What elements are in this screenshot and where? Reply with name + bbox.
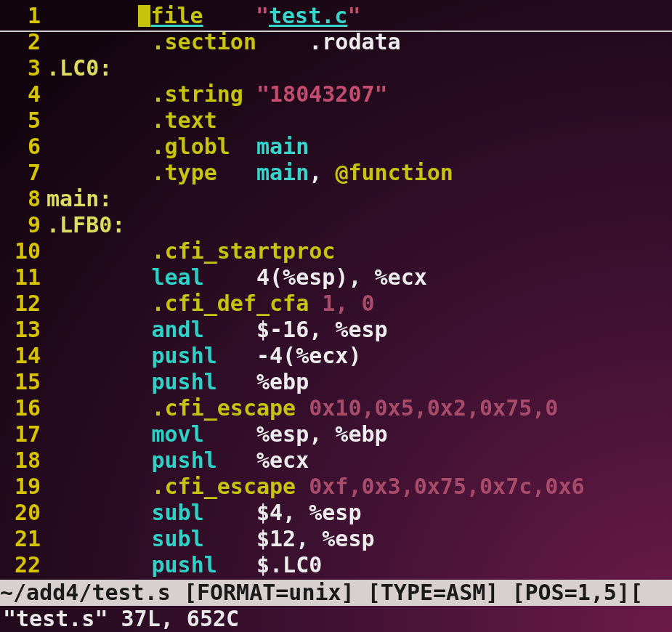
code-line-12[interactable]: 12 .cfi_def_cfa 1, 0 [0, 291, 672, 317]
code-content: .section .rodata [46, 29, 672, 55]
line-number: 21 [0, 526, 46, 552]
line-number: 7 [0, 160, 46, 186]
code-content: file "test.c" [46, 3, 672, 29]
code-line-1[interactable]: 1 file "test.c" [0, 3, 672, 29]
code-line-5[interactable]: 5 .text [0, 108, 672, 134]
code-content: .string "18043207" [46, 81, 672, 108]
code-content: leal 4(%esp), %ecx [46, 264, 672, 291]
directive-file: file [150, 3, 203, 28]
line-number: 20 [0, 500, 46, 526]
code-line-15[interactable]: 15 pushl %ebp [0, 369, 672, 395]
code-content: pushl %ecx [46, 447, 672, 474]
line-number: 18 [0, 447, 46, 474]
code-line-19[interactable]: 19 .cfi_escape 0xf,0x3,0x75,0x7c,0x6 [0, 474, 672, 500]
line-number: 2 [0, 29, 46, 55]
code-content: pushl %ebp [46, 369, 672, 395]
code-line-20[interactable]: 20 subl $4, %esp [0, 500, 672, 526]
terminal-window: 1 file "test.c" 2 .section .rodata3.LC0:… [0, 0, 672, 632]
code-line-21[interactable]: 21 subl $12, %esp [0, 526, 672, 552]
code-content: .type main, @function [46, 160, 672, 186]
code-line-6[interactable]: 6 .globl main [0, 134, 672, 160]
code-content: subl $4, %esp [46, 500, 672, 526]
code-content: pushl $.LC0 [46, 552, 672, 578]
text-cursor [138, 5, 150, 27]
code-content: movl %esp, %ebp [46, 421, 672, 447]
code-content: andl $-16, %esp [46, 317, 672, 343]
code-line-4[interactable]: 4 .string "18043207" [0, 81, 672, 108]
line-number: 22 [0, 552, 46, 578]
code-content: subl $12, %esp [46, 526, 672, 552]
line-number: 17 [0, 421, 46, 447]
line-number: 9 [0, 212, 46, 238]
code-content: .cfi_def_cfa 1, 0 [46, 291, 672, 317]
line-number: 11 [0, 264, 46, 291]
code-content: .LFB0: [46, 212, 672, 238]
line-number: 14 [0, 343, 46, 369]
code-content: .text [46, 108, 672, 134]
code-line-22[interactable]: 22 pushl $.LC0 [0, 552, 672, 578]
code-line-18[interactable]: 18 pushl %ecx [0, 447, 672, 474]
line-number: 1 [0, 3, 46, 29]
command-line: "test.s" 37L, 652C [0, 606, 672, 632]
code-content: .cfi_escape 0x10,0x5,0x2,0x75,0 [46, 395, 672, 421]
status-bar: ~/add4/test.s [FORMAT=unix] [TYPE=ASM] [… [0, 580, 672, 606]
code-line-13[interactable]: 13 andl $-16, %esp [0, 317, 672, 343]
code-line-2[interactable]: 2 .section .rodata [0, 29, 672, 55]
code-line-14[interactable]: 14 pushl -4(%ecx) [0, 343, 672, 369]
code-line-8[interactable]: 8main: [0, 186, 672, 212]
code-line-3[interactable]: 3.LC0: [0, 55, 672, 81]
code-line-7[interactable]: 7 .type main, @function [0, 160, 672, 186]
line-number: 8 [0, 186, 46, 212]
code-content: pushl -4(%ecx) [46, 343, 672, 369]
code-content: .globl main [46, 134, 672, 160]
line-number: 19 [0, 474, 46, 500]
line-number: 10 [0, 238, 46, 264]
code-content: main: [46, 186, 672, 212]
code-content: .cfi_startproc [46, 238, 672, 264]
code-line-11[interactable]: 11 leal 4(%esp), %ecx [0, 264, 672, 291]
line-number: 5 [0, 108, 46, 134]
code-line-9[interactable]: 9.LFB0: [0, 212, 672, 238]
line-number: 4 [0, 81, 46, 108]
line-number: 12 [0, 291, 46, 317]
line-number: 16 [0, 395, 46, 421]
current-line-underline [0, 31, 672, 32]
code-editor[interactable]: 1 file "test.c" 2 .section .rodata3.LC0:… [0, 0, 672, 580]
line-number: 13 [0, 317, 46, 343]
code-line-10[interactable]: 10 .cfi_startproc [0, 238, 672, 264]
code-content: .cfi_escape 0xf,0x3,0x75,0x7c,0x6 [46, 474, 672, 500]
code-line-16[interactable]: 16 .cfi_escape 0x10,0x5,0x2,0x75,0 [0, 395, 672, 421]
line-number: 15 [0, 369, 46, 395]
code-content: .LC0: [46, 55, 672, 81]
line-number: 3 [0, 55, 46, 81]
line-number: 6 [0, 134, 46, 160]
code-line-17[interactable]: 17 movl %esp, %ebp [0, 421, 672, 447]
